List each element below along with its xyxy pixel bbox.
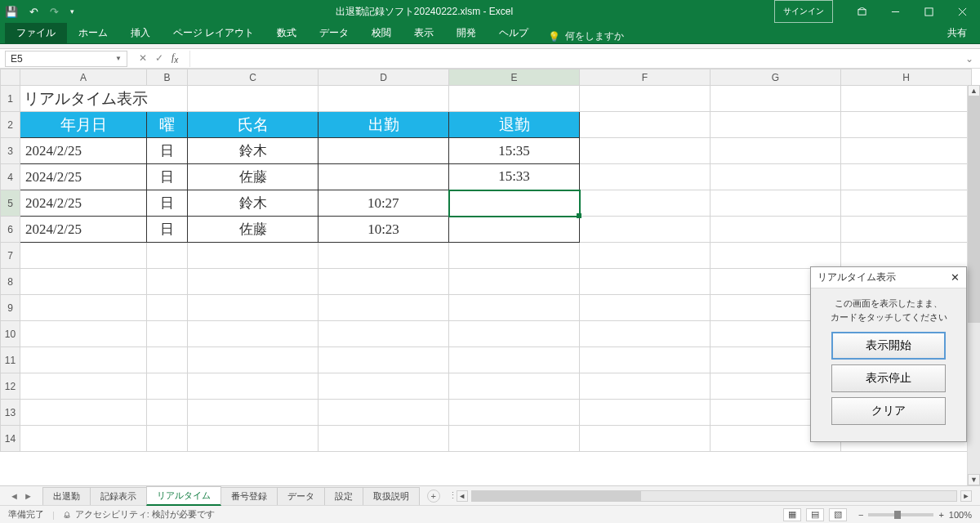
tab-page-layout[interactable]: ページ レイアウト (162, 23, 265, 43)
cell-F13[interactable] (580, 400, 710, 426)
sheet-tab-0[interactable]: 出退勤 (42, 487, 91, 505)
cell-G6[interactable] (710, 217, 841, 243)
redo-icon[interactable]: ↷ (50, 6, 59, 18)
select-all-corner[interactable] (1, 69, 20, 86)
cancel-formula-icon[interactable]: ✕ (139, 52, 147, 64)
cell-F10[interactable] (580, 321, 710, 347)
tab-data[interactable]: データ (308, 23, 360, 43)
sheet-tab-2[interactable]: リアルタイム (146, 486, 221, 506)
cell-C9[interactable] (188, 295, 318, 321)
minimize-icon[interactable] (883, 2, 908, 21)
cell-A14[interactable] (20, 426, 147, 452)
vscroll-thumb[interactable] (968, 96, 980, 323)
sheet-tab-6[interactable]: 取扱説明 (363, 487, 420, 505)
row-header-1[interactable]: 1 (1, 86, 20, 112)
cell-A9[interactable] (20, 295, 147, 321)
cell-C5[interactable]: 鈴木 (188, 190, 318, 217)
tab-file[interactable]: ファイル (5, 23, 67, 43)
row-header-13[interactable]: 13 (1, 400, 20, 426)
sheet-tab-4[interactable]: データ (277, 487, 325, 505)
zoom-out-icon[interactable]: − (858, 510, 863, 520)
col-header-A[interactable]: A (20, 69, 147, 86)
stop-display-button[interactable]: 表示停止 (831, 364, 946, 392)
cell-C13[interactable] (188, 400, 318, 426)
cell-E8[interactable] (449, 269, 580, 295)
cell-H7[interactable] (841, 243, 972, 269)
cell-G3[interactable] (710, 138, 841, 164)
hscroll-track[interactable] (471, 490, 957, 502)
zoom-control[interactable]: − + 100% (858, 510, 972, 520)
cell-E5-selected[interactable] (449, 190, 580, 217)
cell-E9[interactable] (449, 295, 580, 321)
row-header-3[interactable]: 3 (1, 138, 20, 164)
sheet-tab-3[interactable]: 番号登録 (220, 487, 278, 505)
sheet-tab-1[interactable]: 記録表示 (90, 487, 147, 505)
cell-C11[interactable] (188, 347, 318, 373)
vertical-scrollbar[interactable]: ▲ ▼ (967, 85, 980, 485)
cell-D10[interactable] (318, 321, 449, 347)
sheet-tab-5[interactable]: 設定 (324, 487, 363, 505)
cell-G1[interactable] (710, 86, 841, 112)
accessibility-status[interactable]: アクセシビリティ: 検討が必要です (75, 508, 215, 521)
cell-C1[interactable] (188, 86, 318, 112)
cell-A8[interactable] (20, 269, 147, 295)
cell-F7[interactable] (580, 243, 710, 269)
cell-B4[interactable]: 日 (147, 164, 188, 190)
tab-home[interactable]: ホーム (67, 23, 119, 43)
hscroll-thumb[interactable] (472, 491, 642, 501)
cell-A3[interactable]: 2024/2/25 (20, 138, 147, 164)
zoom-value[interactable]: 100% (949, 510, 972, 520)
cell-H1[interactable] (841, 86, 972, 112)
row-header-8[interactable]: 8 (1, 269, 20, 295)
cell-G7[interactable] (710, 243, 841, 269)
cell-A1[interactable]: リアルタイム表示 (20, 86, 188, 112)
cell-C10[interactable] (188, 321, 318, 347)
normal-view-icon[interactable]: ▦ (783, 508, 801, 521)
cell-D6[interactable]: 10:23 (318, 217, 449, 243)
cell-H6[interactable] (841, 217, 972, 243)
sheet-next-icon[interactable]: ► (24, 491, 33, 501)
cell-C14[interactable] (188, 426, 318, 452)
tab-view[interactable]: 表示 (403, 23, 445, 43)
cell-E2[interactable]: 退勤 (449, 112, 580, 138)
cell-C3[interactable]: 鈴木 (188, 138, 318, 164)
cell-D8[interactable] (318, 269, 449, 295)
cell-B7[interactable] (147, 243, 188, 269)
cell-A13[interactable] (20, 400, 147, 426)
cell-F3[interactable] (580, 138, 710, 164)
accessibility-icon[interactable]: 🕭 (63, 510, 72, 520)
cell-E3[interactable]: 15:35 (449, 138, 580, 164)
row-header-11[interactable]: 11 (1, 347, 20, 373)
scroll-down-icon[interactable]: ▼ (968, 474, 980, 485)
row-header-9[interactable]: 9 (1, 295, 20, 321)
row-header-2[interactable]: 2 (1, 112, 20, 138)
name-box-dropdown-icon[interactable]: ▼ (115, 55, 122, 62)
clear-button[interactable]: クリア (831, 397, 946, 425)
cell-D3[interactable] (318, 138, 449, 164)
cell-F6[interactable] (580, 217, 710, 243)
cell-A12[interactable] (20, 373, 147, 400)
cell-H3[interactable] (841, 138, 972, 164)
sign-in-button[interactable]: サインイン (774, 0, 833, 23)
cell-A11[interactable] (20, 347, 147, 373)
dialog-titlebar[interactable]: リアルタイム表示 ✕ (811, 267, 966, 288)
horizontal-scrollbar[interactable]: ⋮ ◄ ► (448, 490, 972, 502)
cell-C4[interactable]: 佐藤 (188, 164, 318, 190)
cell-B9[interactable] (147, 295, 188, 321)
cell-D11[interactable] (318, 347, 449, 373)
scroll-up-icon[interactable]: ▲ (968, 85, 980, 96)
cell-G4[interactable] (710, 164, 841, 190)
cell-B5[interactable]: 日 (147, 190, 188, 217)
name-box[interactable]: E5 ▼ (5, 51, 127, 67)
cell-E14[interactable] (449, 426, 580, 452)
cell-H4[interactable] (841, 164, 972, 190)
scroll-right-icon[interactable]: ► (960, 490, 972, 502)
cell-F9[interactable] (580, 295, 710, 321)
cell-A4[interactable]: 2024/2/25 (20, 164, 147, 190)
cell-A2[interactable]: 年月日 (20, 112, 147, 138)
cell-B10[interactable] (147, 321, 188, 347)
tab-help[interactable]: ヘルプ (488, 23, 540, 43)
formula-input[interactable] (189, 51, 949, 67)
cell-D12[interactable] (318, 373, 449, 400)
cell-B11[interactable] (147, 347, 188, 373)
